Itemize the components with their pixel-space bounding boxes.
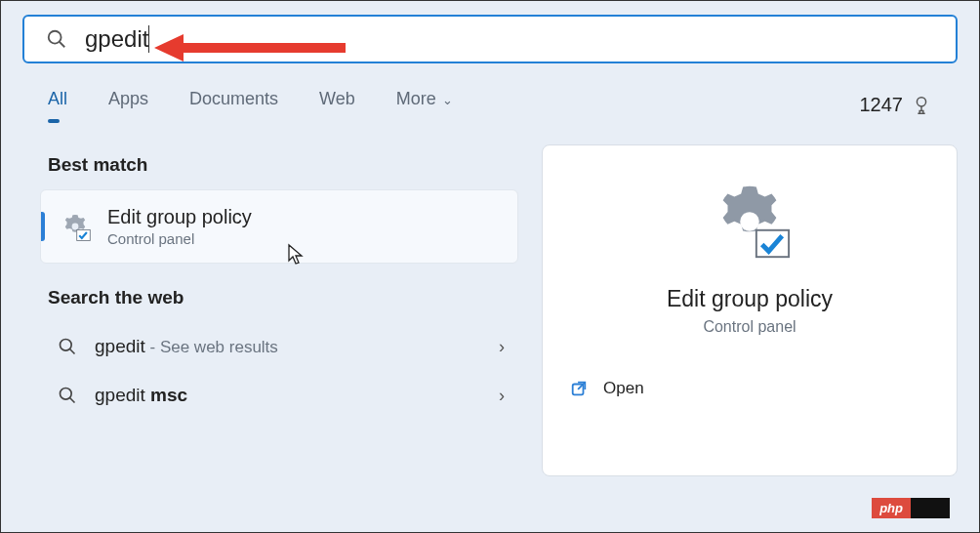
detail-title: Edit group policy [667,286,833,312]
svg-point-11 [740,212,759,231]
tab-more[interactable]: More⌄ [396,89,453,121]
web-result-gpedit[interactable]: gpedit - See web results › [40,322,518,371]
gear-check-icon [59,210,92,243]
chevron-right-icon: › [499,386,505,406]
result-subtitle: Control panel [107,230,252,247]
open-external-icon [570,380,588,397]
tab-web[interactable]: Web [319,89,355,121]
svg-line-10 [70,398,75,403]
svg-point-7 [61,340,72,351]
detail-subtitle: Control panel [703,318,796,336]
tab-all[interactable]: All [48,89,67,121]
mouse-cursor-icon [287,243,305,265]
best-match-heading: Best match [40,144,518,189]
search-icon [58,386,77,405]
annotation-arrow [152,30,347,65]
open-action[interactable]: Open [570,379,929,398]
svg-marker-3 [154,34,184,62]
svg-line-8 [70,349,75,354]
search-web-heading: Search the web [40,264,518,322]
tab-documents[interactable]: Documents [189,89,278,121]
tab-apps[interactable]: Apps [108,89,148,121]
trophy-icon [911,95,932,116]
result-title: Edit group policy [107,206,252,228]
detail-panel: Edit group policy Control panel Open [542,144,958,476]
chevron-down-icon: ⌄ [442,93,453,107]
best-match-result[interactable]: Edit group policy Control panel [40,189,518,264]
rewards-points[interactable]: 1247 [860,94,933,116]
web-result-gpedit-msc[interactable]: gpedit msc › [40,371,518,420]
watermark-badge: php [872,498,950,518]
search-icon [58,337,77,356]
filter-tabs: All Apps Documents Web More⌄ 1247 [1,63,979,121]
svg-point-5 [72,224,79,230]
svg-point-4 [917,97,925,105]
gear-check-icon-large [707,179,793,265]
svg-point-9 [61,389,72,400]
chevron-right-icon: › [499,337,505,357]
